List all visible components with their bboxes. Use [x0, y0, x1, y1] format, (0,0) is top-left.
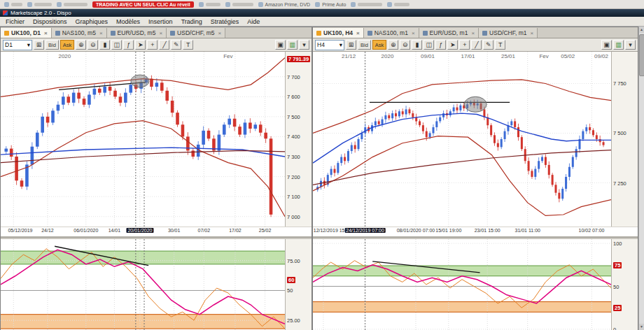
- close-tab-icon[interactable]: ×: [44, 30, 48, 36]
- price-axis: 7 791.397 7007 6007 5007 4007 3007 2007 …: [285, 52, 312, 227]
- tab-nas100-m1[interactable]: NAS100, m1×: [364, 28, 419, 38]
- bookmark-amazon-prime-dvd[interactable]: Amazon Prime, DVD: [258, 1, 311, 8]
- pencil-icon[interactable]: ✎: [171, 40, 181, 50]
- application-window: TRADING AVEC UN SEUL CLIC Au réveilAmazo…: [0, 0, 644, 330]
- tab-uk100-h4[interactable]: UK100, H4×: [313, 28, 364, 38]
- zoom-in-icon[interactable]: ⊕: [76, 40, 86, 50]
- menu-item-trading[interactable]: Trading: [177, 18, 206, 25]
- time-period-label: 09/01: [421, 53, 435, 59]
- close-tab-icon[interactable]: ×: [356, 30, 360, 36]
- bookmark-item[interactable]: [387, 1, 410, 8]
- menu-item-mod-les[interactable]: Modèles: [112, 18, 144, 25]
- grid-icon[interactable]: ⊞: [34, 40, 44, 50]
- tab-usd-chf-m5[interactable]: USD/CHF, m5×: [167, 28, 225, 38]
- snapshot-icon[interactable]: ▣: [601, 40, 612, 50]
- close-tab-icon[interactable]: ×: [159, 30, 162, 36]
- indicator-zone: 1007550250: [313, 239, 638, 330]
- more-dropdown-icon[interactable]: ▾: [625, 40, 636, 50]
- bookmark-item[interactable]: [225, 1, 253, 8]
- bookmark-label-placeholder: [64, 3, 88, 6]
- close-tab-icon[interactable]: ×: [412, 30, 415, 36]
- bookmark-item[interactable]: [27, 1, 52, 8]
- text-tool-icon[interactable]: T: [183, 40, 193, 50]
- price-axis-label: 7 600: [287, 94, 300, 100]
- scrollbar-thumb[interactable]: [639, 34, 644, 76]
- close-tab-icon[interactable]: ×: [218, 30, 221, 36]
- price-chart-canvas[interactable]: [313, 52, 611, 227]
- zoom-out-icon[interactable]: ⊖: [88, 40, 98, 50]
- indicator-icon[interactable]: ƒ: [123, 40, 134, 50]
- more-dropdown-icon[interactable]: ▾: [299, 40, 309, 50]
- crosshair-icon[interactable]: +: [147, 40, 158, 50]
- time-axis-label: 25/02: [259, 228, 272, 233]
- bar-chart-icon[interactable]: ▥: [613, 40, 624, 50]
- bookmark-label: Amazon Prime, DVD: [265, 2, 311, 7]
- price-axis-label: 7 250: [613, 180, 626, 187]
- ask-button[interactable]: Ask: [372, 40, 387, 50]
- candlestick-type-icon[interactable]: ▮: [99, 40, 110, 50]
- bookmark-item[interactable]: [57, 1, 88, 8]
- close-tab-icon[interactable]: ×: [530, 30, 533, 36]
- bookmark-favicon-icon: [225, 2, 230, 7]
- price-axis-label: 7 300: [287, 154, 300, 160]
- price-axis-label: 7 200: [287, 174, 300, 180]
- time-axis-label: 06/01/2020: [74, 228, 98, 233]
- time-axis-label: 07/02: [198, 228, 211, 233]
- period-select[interactable]: H4▾: [315, 40, 344, 50]
- menu-item-graphiques[interactable]: Graphiques: [71, 18, 113, 25]
- bookmark-favicon-icon: [199, 2, 204, 7]
- text-tool-icon[interactable]: T: [495, 40, 505, 50]
- cursor-icon[interactable]: ➤: [447, 40, 458, 50]
- bar-chart-icon[interactable]: ▥: [287, 40, 298, 50]
- crosshair-icon[interactable]: +: [459, 40, 470, 50]
- tab-nas100-m5[interactable]: NAS100, m5×: [52, 28, 107, 38]
- menu-item-aide[interactable]: Aide: [243, 18, 264, 25]
- close-tab-icon[interactable]: ×: [99, 30, 103, 36]
- time-axis-label: 14/01: [108, 228, 121, 233]
- chart-type-icon[interactable]: ◫: [424, 40, 434, 50]
- candlestick-type-icon[interactable]: ▮: [412, 40, 422, 50]
- scroll-down-icon[interactable]: ▼: [639, 324, 644, 330]
- bookmark-item[interactable]: [351, 1, 382, 8]
- price-chart-canvas[interactable]: [1, 52, 285, 227]
- zoom-out-icon[interactable]: ⊖: [400, 40, 410, 50]
- menu-item-insertion[interactable]: Insertion: [144, 18, 177, 25]
- bid-button[interactable]: Bid: [358, 40, 371, 50]
- indicator-chart-canvas[interactable]: [1, 239, 285, 330]
- chart-type-icon[interactable]: ◫: [111, 40, 122, 50]
- cursor-icon[interactable]: ➤: [135, 40, 146, 50]
- price-axis-label: 7 750: [613, 80, 626, 87]
- snapshot-icon[interactable]: ▣: [275, 40, 286, 50]
- menu-bar: FichierDispositionsGraphiquesModèlesInse…: [0, 17, 644, 27]
- period-value: H4: [317, 41, 325, 48]
- trendline-icon[interactable]: ╱: [159, 40, 169, 50]
- pencil-icon[interactable]: ✎: [483, 40, 493, 50]
- menu-item-fichier[interactable]: Fichier: [1, 18, 29, 25]
- grid-icon[interactable]: ⊞: [346, 40, 356, 50]
- vertical-scrollbar[interactable]: ▲ ▼: [638, 27, 644, 330]
- indicator-icon[interactable]: ƒ: [435, 40, 446, 50]
- menu-item-strat-gies[interactable]: Stratégies: [206, 18, 244, 25]
- scroll-up-icon[interactable]: ▲: [639, 27, 644, 33]
- menu-item-dispositions[interactable]: Dispositions: [29, 18, 71, 25]
- indicator-chart-canvas[interactable]: [313, 239, 611, 330]
- bookmark-item[interactable]: [4, 1, 22, 8]
- workspace: UK100, D1×NAS100, m5×EUR/USD, m5×USD/CHF…: [0, 27, 644, 330]
- close-tab-icon[interactable]: ×: [471, 30, 475, 36]
- bid-button[interactable]: Bid: [46, 40, 59, 50]
- tab-usd-chf-m1[interactable]: USD/CHF, m1×: [479, 28, 538, 38]
- price-chart-zone: 21/12202009/0117/0125/01Fev05/0209/027 7…: [313, 52, 638, 227]
- period-select[interactable]: D1▾: [3, 40, 32, 50]
- indicator-axis: 1007550250: [611, 239, 638, 330]
- trendline-icon[interactable]: ╱: [471, 40, 482, 50]
- tab-uk100-d1[interactable]: UK100, D1×: [1, 28, 52, 38]
- bookmark-favicon-icon: [387, 2, 392, 7]
- bookmark-prime-auto[interactable]: Prime Auto: [315, 1, 346, 8]
- ask-button[interactable]: Ask: [60, 40, 75, 50]
- tab-eur-usd-m1[interactable]: EUR/USD, m1×: [419, 28, 479, 38]
- zoom-in-icon[interactable]: ⊕: [388, 40, 398, 50]
- indicator-axis-label: 50: [613, 284, 619, 290]
- tab-eur-usd-m5[interactable]: EUR/USD, m5×: [107, 28, 167, 38]
- period-value: D1: [5, 41, 13, 48]
- bookmark-item[interactable]: [199, 1, 220, 8]
